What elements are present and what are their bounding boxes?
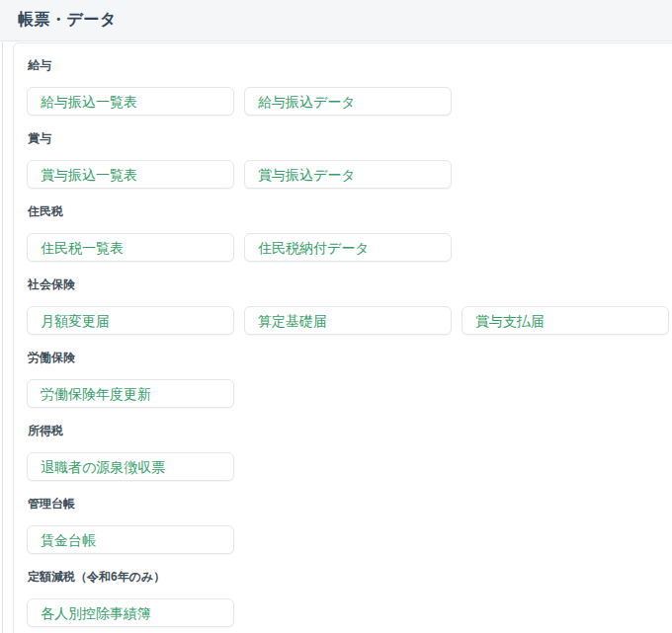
bonus-transfer-data-button[interactable]: 賞与振込データ [244,160,452,189]
left-edge-divider [2,42,3,633]
section-resident-tax: 住民税 住民税一覧表 住民税納付データ [27,204,672,262]
page-header: 帳票・データ [0,0,672,41]
section-bonus: 賞与 賞与振込一覧表 賞与振込データ [27,131,672,189]
individual-deduction-record-button[interactable]: 各人別控除事績簿 [27,598,234,627]
section-label-resident-tax: 住民税 [28,204,672,218]
labor-insurance-annual-update-button[interactable]: 労働保険年度更新 [27,379,234,408]
section-label-income-tax: 所得税 [28,424,672,437]
section-label-management-ledger: 管理台帳 [28,497,672,511]
button-row: 給与振込一覧表 給与振込データ [27,87,672,116]
salary-transfer-list-button[interactable]: 給与振込一覧表 [27,87,234,116]
section-labor-insurance: 労働保険 労働保険年度更新 [27,351,672,408]
section-flat-rate-tax-reduction: 定額減税（令和6年のみ） 各人別控除事績簿 [27,570,672,627]
section-salary: 給与 給与振込一覧表 給与振込データ [27,58,672,116]
section-social-insurance: 社会保険 月額変更届 算定基礎届 賞与支払届 [27,277,672,335]
resident-tax-payment-data-button[interactable]: 住民税納付データ [244,233,452,262]
section-management-ledger: 管理台帳 賃金台帳 [27,497,672,554]
page-title: 帳票・データ [0,10,117,31]
button-row: 賞与振込一覧表 賞与振込データ [27,160,672,189]
button-row: 各人別控除事績簿 [27,598,672,627]
section-label-labor-insurance: 労働保険 [28,351,672,364]
monthly-change-report-button[interactable]: 月額変更届 [27,306,234,335]
button-row: 月額変更届 算定基礎届 賞与支払届 [27,306,672,335]
section-label-social-insurance: 社会保険 [28,277,672,291]
button-row: 賃金台帳 [27,525,672,554]
section-label-bonus: 賞与 [28,131,672,145]
bonus-payment-report-button[interactable]: 賞与支払届 [462,306,669,335]
salary-transfer-data-button[interactable]: 給与振込データ [244,87,452,116]
retiree-withholding-slip-button[interactable]: 退職者の源泉徴収票 [27,452,234,481]
standard-remuneration-report-button[interactable]: 算定基礎届 [244,306,452,335]
wage-ledger-button[interactable]: 賃金台帳 [27,525,234,554]
section-income-tax: 所得税 退職者の源泉徴収票 [27,424,672,481]
bonus-transfer-list-button[interactable]: 賞与振込一覧表 [27,160,234,189]
resident-tax-list-button[interactable]: 住民税一覧表 [27,233,234,262]
button-row: 労働保険年度更新 [27,379,672,408]
section-label-flat-rate-tax-reduction: 定額減税（令和6年のみ） [28,570,672,584]
button-row: 退職者の源泉徴収票 [27,452,672,481]
button-row: 住民税一覧表 住民税納付データ [27,233,672,262]
reports-panel: 給与 給与振込一覧表 給与振込データ 賞与 賞与振込一覧表 賞与振込データ 住民… [13,42,672,633]
section-label-salary: 給与 [28,58,672,72]
